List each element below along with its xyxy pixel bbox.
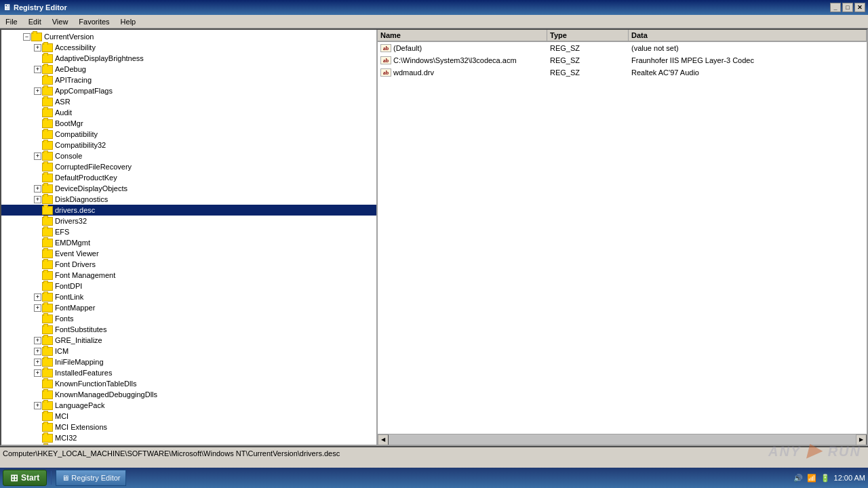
tree-item-minidump-auxiliary-dlls[interactable]: MiniDumpAuxiliaryDlls — [1, 443, 376, 445]
tray-network-icon[interactable]: 📶 — [807, 474, 816, 483]
window-controls[interactable]: _ □ ✕ — [830, 3, 865, 12]
taskbar: ⊞ Start 🖥 Registry Editor 🔊 📶 🔋 12:00 AM — [0, 468, 868, 488]
tree-item-label: FontLink — [55, 293, 83, 301]
tree-item-emdmgmt[interactable]: EMDMgmt — [1, 237, 376, 248]
tree-scroll[interactable]: −CurrentVersion+AccessibilityAdaptiveDis… — [1, 30, 376, 445]
scroll-left-button[interactable]: ◀ — [378, 434, 389, 445]
tree-item-icm[interactable]: +ICM — [1, 346, 376, 357]
minimize-button[interactable]: _ — [830, 3, 841, 12]
menu-favorites[interactable]: Favorites — [73, 16, 115, 27]
tree-item-accessibility[interactable]: +Accessibility — [1, 42, 376, 53]
tree-item-label: GRE_Initialize — [55, 336, 102, 344]
expand-button[interactable]: + — [34, 359, 41, 366]
tree-item-drivers-desc[interactable]: drivers.desc — [1, 205, 376, 216]
menu-view[interactable]: View — [47, 16, 74, 27]
tree-item-language-pack[interactable]: +LanguagePack — [1, 400, 376, 411]
tree-item-console[interactable]: +Console — [1, 150, 376, 161]
tree-item-label: KnownManagedDebuggingDlls — [55, 390, 157, 399]
folder-icon — [42, 336, 53, 345]
tree-item-diskdiagnostics[interactable]: +DiskDiagnostics — [1, 194, 376, 205]
horizontal-scrollbar[interactable]: ◀ ▶ — [378, 434, 867, 445]
tree-item-current-version[interactable]: −CurrentVersion — [1, 31, 376, 42]
tree-item-aedebug[interactable]: +AeDebug — [1, 64, 376, 75]
tray-battery-icon[interactable]: 🔋 — [821, 474, 830, 483]
expand-button[interactable]: + — [34, 66, 41, 73]
registry-value-type: REG_SZ — [547, 68, 629, 77]
table-row[interactable]: abC:\Windows\System32\l3codeca.acmREG_SZ… — [378, 54, 867, 66]
expand-button[interactable]: + — [34, 304, 41, 312]
folder-icon — [42, 401, 53, 410]
expand-button[interactable]: + — [34, 152, 41, 160]
tree-item-mci32[interactable]: MCI32 — [1, 432, 376, 443]
folder-icon — [42, 249, 53, 258]
menu-file[interactable]: File — [0, 16, 23, 27]
expand-button[interactable]: + — [34, 185, 41, 192]
expand-button[interactable]: + — [34, 337, 41, 344]
tree-item-mci[interactable]: MCI — [1, 411, 376, 422]
menu-help[interactable]: Help — [115, 16, 142, 27]
tree-item-drivers32[interactable]: Drivers32 — [1, 216, 376, 226]
folder-icon — [42, 423, 53, 432]
tree-item-inifile-mapping[interactable]: +IniFileMapping — [1, 357, 376, 367]
tree-item-efs[interactable]: EFS — [1, 226, 376, 237]
folder-icon — [42, 434, 53, 443]
tree-item-label: LanguagePack — [55, 401, 104, 409]
expand-button[interactable]: − — [23, 33, 31, 41]
start-button[interactable]: ⊞ Start — [3, 470, 47, 486]
tree-item-asr[interactable]: ASR — [1, 96, 376, 107]
expand-button[interactable]: + — [34, 369, 41, 377]
registry-value-icon: ab — [380, 56, 391, 64]
tree-item-label: AppCompatFlags — [55, 87, 113, 95]
taskbar-registry-editor[interactable]: 🖥 Registry Editor — [56, 470, 126, 486]
registry-value-name: (Default) — [393, 44, 422, 52]
tree-item-fontsubstitutes[interactable]: FontSubstitutes — [1, 324, 376, 335]
tree-item-label: AdaptiveDisplayBrightness — [55, 54, 144, 62]
maximize-button[interactable]: □ — [842, 3, 853, 12]
tree-item-mci-extensions[interactable]: MCI Extensions — [1, 422, 376, 432]
tree-item-corruptedfilerecovery[interactable]: CorruptedFileRecovery — [1, 161, 376, 172]
taskbar-time: 12:00 AM — [834, 474, 865, 482]
tree-item-label: KnownFunctionTableDlls — [55, 380, 136, 388]
tree-item-compatibility[interactable]: Compatibility — [1, 129, 376, 140]
menu-edit[interactable]: Edit — [23, 16, 47, 27]
table-row[interactable]: ab(Default)REG_SZ(value not set) — [378, 42, 867, 54]
registry-tree-pane: −CurrentVersion+AccessibilityAdaptiveDis… — [1, 30, 378, 445]
tree-item-adaptive-display[interactable]: AdaptiveDisplayBrightness — [1, 53, 376, 64]
tree-item-known-function-table-dlls[interactable]: KnownFunctionTableDlls — [1, 378, 376, 389]
tree-item-label: ASR — [55, 98, 71, 106]
registry-value-name: wdmaud.drv — [393, 68, 434, 77]
tree-item-gre-initialize[interactable]: +GRE_Initialize — [1, 335, 376, 346]
column-header-type: Type — [547, 30, 629, 41]
close-button[interactable]: ✕ — [854, 3, 865, 12]
tree-item-fontdpi[interactable]: FontDPI — [1, 281, 376, 291]
expand-button[interactable]: + — [34, 196, 41, 203]
tree-item-fontmapper[interactable]: +FontMapper — [1, 302, 376, 313]
tree-item-fontlink[interactable]: +FontLink — [1, 291, 376, 302]
tree-item-font-drivers[interactable]: Font Drivers — [1, 259, 376, 270]
tree-item-event-viewer[interactable]: Event Viewer — [1, 248, 376, 259]
tree-item-fonts[interactable]: Fonts — [1, 313, 376, 324]
tray-sound-icon[interactable]: 🔊 — [793, 474, 803, 483]
expand-button[interactable]: + — [34, 87, 41, 95]
tree-item-bootmgr[interactable]: BootMgr — [1, 118, 376, 129]
scroll-right-button[interactable]: ▶ — [856, 434, 867, 445]
tree-item-installed-features[interactable]: +InstalledFeatures — [1, 367, 376, 378]
tree-item-appcompatflags[interactable]: +AppCompatFlags — [1, 85, 376, 96]
tree-item-label: FontSubstitutes — [55, 325, 106, 333]
scroll-track[interactable] — [389, 434, 856, 445]
tree-item-devicedisplayobjects[interactable]: +DeviceDisplayObjects — [1, 183, 376, 194]
tree-item-known-managed-debugging-dlls[interactable]: KnownManagedDebuggingDlls — [1, 389, 376, 400]
tree-item-compatibility32[interactable]: Compatibility32 — [1, 140, 376, 150]
folder-icon — [42, 98, 53, 106]
tree-item-font-management[interactable]: Font Management — [1, 270, 376, 281]
folder-icon — [42, 76, 53, 85]
tree-item-audit[interactable]: Audit — [1, 107, 376, 118]
tree-item-apitracing[interactable]: APITracing — [1, 75, 376, 85]
tree-item-defaultproductkey[interactable]: DefaultProductKey — [1, 172, 376, 183]
expand-button[interactable]: + — [34, 44, 41, 52]
table-row[interactable]: abwdmaud.drvREG_SZRealtek AC'97 Audio — [378, 66, 867, 79]
expand-button[interactable]: + — [34, 402, 41, 409]
expand-button[interactable]: + — [34, 293, 41, 301]
tree-item-label: Compatibility32 — [55, 141, 106, 149]
expand-button[interactable]: + — [34, 348, 41, 355]
